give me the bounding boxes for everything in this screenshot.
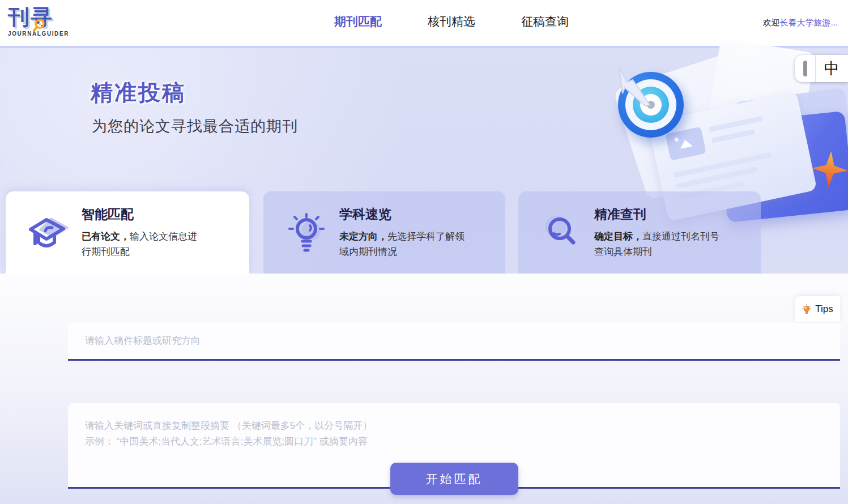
welcome-prefix: 欢迎 xyxy=(762,18,779,27)
tab-description: 未定方向，先选择学科了解领域内期刊情况 xyxy=(339,229,468,259)
translate-widget[interactable]: 中 xyxy=(795,55,848,82)
nav-call-for-papers[interactable]: 征稿查询 xyxy=(521,14,569,29)
tab-description: 确定目标，直接通过刊名刊号查询具体期刊 xyxy=(594,229,723,259)
tab-smart-match[interactable]: 智能匹配 已有论文，输入论文信息进行期刊匹配 xyxy=(6,191,249,274)
tab-title: 智能匹配 xyxy=(82,206,202,223)
match-form-section: Tips 开始匹配 xyxy=(0,274,848,504)
dart-arrow-icon xyxy=(608,63,660,115)
title-input[interactable] xyxy=(68,323,840,361)
match-form: 开始匹配 xyxy=(68,323,840,495)
target-icon xyxy=(618,72,684,138)
hero-banner: 精准投稿 为您的论文寻找最合适的期刊 xyxy=(0,48,848,274)
start-match-button[interactable]: 开始匹配 xyxy=(390,463,518,495)
widget-drag-handle[interactable] xyxy=(795,61,815,76)
mode-tabs: 智能匹配 已有论文，输入论文信息进行期刊匹配 xyxy=(6,191,765,274)
tab-description: 已有论文，输入论文信息进行期刊匹配 xyxy=(82,229,202,259)
graduation-cap-icon xyxy=(24,211,76,255)
nav-journal-match[interactable]: 期刊匹配 xyxy=(334,14,382,29)
welcome-text: 欢迎长春大学旅游... xyxy=(762,18,838,28)
hero-title: 精准投稿 xyxy=(91,78,186,108)
tab-title: 学科速览 xyxy=(339,206,468,223)
magnifier-icon xyxy=(536,211,589,255)
tips-bulb-icon xyxy=(802,304,812,315)
logo[interactable]: 刊寻 JOURNALGUIDER xyxy=(8,5,76,37)
nav-core-journals[interactable]: 核刊精选 xyxy=(428,14,475,29)
magnifier-logo-icon xyxy=(32,17,49,34)
language-chinese-button[interactable]: 中 xyxy=(816,58,848,79)
tips-label: Tips xyxy=(815,304,833,315)
tab-title: 精准查刊 xyxy=(594,206,723,223)
tab-precise-search[interactable]: 精准查刊 确定目标，直接通过刊名刊号查询具体期刊 xyxy=(518,191,761,274)
user-account-link[interactable]: 长春大学旅游... xyxy=(779,18,838,27)
tips-button[interactable]: Tips xyxy=(795,296,840,322)
hero-subtitle: 为您的论文寻找最合适的期刊 xyxy=(92,116,298,136)
tab-subject-overview[interactable]: 学科速览 未定方向，先选择学科了解领域内期刊情况 xyxy=(263,191,505,274)
lightbulb-icon xyxy=(282,211,334,255)
header: 刊寻 JOURNALGUIDER 期刊匹配 核刊精选 征稿查询 欢迎长春大学旅游… xyxy=(0,0,848,48)
